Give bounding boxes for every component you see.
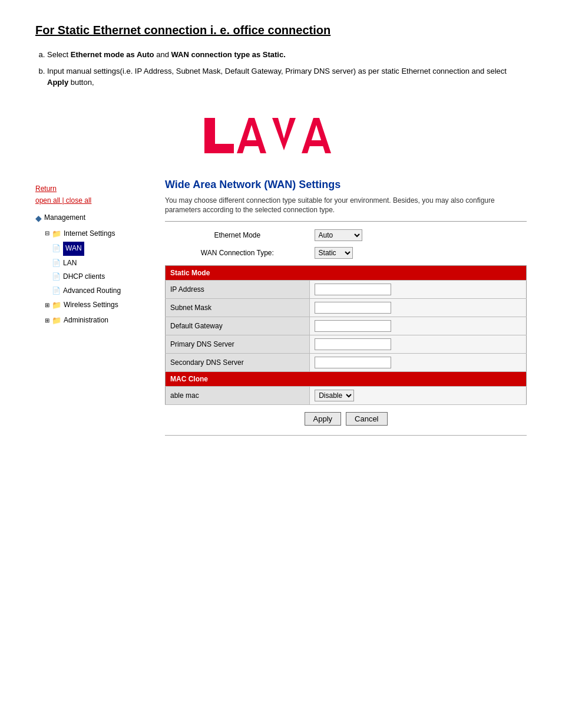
expand-icon-wireless: ⊞ <box>45 300 49 311</box>
main-content: Return open all | close all ◆ Management… <box>35 179 527 436</box>
expand-icon: ⊟ <box>45 228 49 239</box>
cancel-button[interactable]: Cancel <box>346 412 387 426</box>
default-gateway-input[interactable] <box>315 320 391 332</box>
sidebar-tree: ◆ Management ⊟ 📁 Internet Settings 📄 WAN… <box>35 210 153 328</box>
default-gateway-row: Default Gateway <box>166 317 527 335</box>
sidebar-item-advanced-routing[interactable]: 📄 Advanced Routing <box>35 284 153 298</box>
secondary-dns-label: Secondary DNS Server <box>166 354 310 372</box>
ethernet-mode-value-cell: Auto 10M Half 10M Full 100M Half 100M Fu… <box>310 226 527 244</box>
able-mac-row: able mac Disable Enable <box>166 387 527 405</box>
wan-connection-type-select[interactable]: Static DHCP PPPoE <box>315 247 353 259</box>
svg-marker-4 <box>272 118 296 150</box>
ethernet-mode-select[interactable]: Auto 10M Half 10M Full 100M Half 100M Fu… <box>315 229 362 241</box>
subnet-mask-value-cell <box>310 299 527 317</box>
ethernet-mode-row: Ethernet Mode Auto 10M Half 10M Full 100… <box>165 226 527 244</box>
mac-clone-header-row: MAC Clone <box>166 372 527 387</box>
sidebar-item-administration[interactable]: ⊞ 📁 Administration <box>35 313 153 328</box>
svg-rect-1 <box>204 144 234 153</box>
default-gateway-label: Default Gateway <box>166 317 310 335</box>
secondary-dns-row: Secondary DNS Server <box>166 354 527 372</box>
folder-icon-wireless: 📁 <box>52 298 61 312</box>
subnet-mask-row: Subnet Mask <box>166 299 527 317</box>
primary-dns-input[interactable] <box>315 338 391 350</box>
open-all-link[interactable]: open all <box>35 196 60 205</box>
wireless-label: Wireless Settings <box>64 299 118 312</box>
svg-marker-2 <box>237 118 266 153</box>
management-icon: ◆ <box>35 211 42 226</box>
subnet-mask-label: Subnet Mask <box>166 299 310 317</box>
sidebar-item-management[interactable]: ◆ Management <box>35 210 153 226</box>
static-mode-header-row: Static Mode <box>166 266 527 281</box>
default-gateway-value-cell <box>310 317 527 335</box>
dhcp-label: DHCP clients <box>63 271 105 284</box>
right-panel: Wide Area Network (WAN) Settings You may… <box>165 179 527 436</box>
action-buttons: Apply Cancel <box>165 412 527 426</box>
sidebar-item-dhcp[interactable]: 📄 DHCP clients <box>35 270 153 284</box>
lan-label: LAN <box>63 257 77 270</box>
sidebar-item-wan[interactable]: 📄 WAN <box>35 241 153 256</box>
ethernet-mode-label: Ethernet Mode <box>165 226 310 244</box>
page-title: For Static Ethernet connection i. e. off… <box>35 24 527 37</box>
wan-label: WAN <box>63 242 84 256</box>
administration-label: Administration <box>64 314 108 327</box>
wan-description: You may choose different connection type… <box>165 196 527 216</box>
wan-connection-type-row: WAN Connection Type: Static DHCP PPPoE <box>165 244 527 262</box>
wan-title: Wide Area Network (WAN) Settings <box>165 179 527 191</box>
sidebar-item-internet-settings[interactable]: ⊟ 📁 Internet Settings <box>35 226 153 241</box>
internet-settings-label: Internet Settings <box>64 228 115 241</box>
doc-icon-lan: 📄 <box>52 257 61 270</box>
mac-clone-header: MAC Clone <box>166 372 527 387</box>
svg-rect-6 <box>308 140 325 146</box>
lava-logo <box>199 106 363 167</box>
doc-icon-wan: 📄 <box>52 242 61 255</box>
sidebar: Return open all | close all ◆ Management… <box>35 179 153 436</box>
bottom-divider <box>165 435 527 436</box>
svg-rect-3 <box>243 140 260 146</box>
top-divider <box>165 221 527 222</box>
instruction-b: Input manual settings(i.e. IP Address, S… <box>47 65 527 88</box>
folder-icon-internet: 📁 <box>52 227 61 241</box>
expand-icon-admin: ⊞ <box>45 315 49 326</box>
advanced-routing-label: Advanced Routing <box>63 285 121 298</box>
able-mac-value-cell: Disable Enable <box>310 387 527 405</box>
primary-dns-value-cell <box>310 335 527 354</box>
primary-dns-row: Primary DNS Server <box>166 335 527 354</box>
logo-container <box>35 106 527 167</box>
ip-address-label: IP Address <box>166 281 310 299</box>
close-all-link[interactable]: close all <box>66 196 91 205</box>
doc-icon-routing: 📄 <box>52 285 61 298</box>
static-mode-table: Static Mode IP Address Subnet Mask Defau… <box>165 265 527 405</box>
primary-dns-label: Primary DNS Server <box>166 335 310 354</box>
apply-button[interactable]: Apply <box>305 412 342 426</box>
ethernet-mode-table: Ethernet Mode Auto 10M Half 10M Full 100… <box>165 226 527 262</box>
wan-connection-type-value-cell: Static DHCP PPPoE <box>310 244 527 262</box>
able-mac-label: able mac <box>166 387 310 405</box>
secondary-dns-value-cell <box>310 354 527 372</box>
open-close-links: open all | close all <box>35 196 153 205</box>
folder-icon-admin: 📁 <box>52 314 61 327</box>
static-mode-header: Static Mode <box>166 266 527 281</box>
secondary-dns-input[interactable] <box>315 357 391 368</box>
ip-address-value-cell <box>310 281 527 299</box>
return-link[interactable]: Return <box>35 185 153 193</box>
sidebar-item-lan[interactable]: 📄 LAN <box>35 256 153 271</box>
management-label: Management <box>44 212 85 225</box>
separator: | <box>62 196 64 205</box>
instructions-list: Select Ethernet mode as Auto and WAN con… <box>35 49 527 88</box>
subnet-mask-input[interactable] <box>315 302 391 314</box>
instruction-a: Select Ethernet mode as Auto and WAN con… <box>47 49 527 61</box>
ip-address-row: IP Address <box>166 281 527 299</box>
sidebar-item-wireless[interactable]: ⊞ 📁 Wireless Settings <box>35 298 153 312</box>
ip-address-input[interactable] <box>315 284 391 295</box>
wan-connection-type-label: WAN Connection Type: <box>165 244 310 262</box>
svg-marker-5 <box>302 118 331 153</box>
doc-icon-dhcp: 📄 <box>52 271 61 284</box>
able-mac-select[interactable]: Disable Enable <box>315 390 354 401</box>
